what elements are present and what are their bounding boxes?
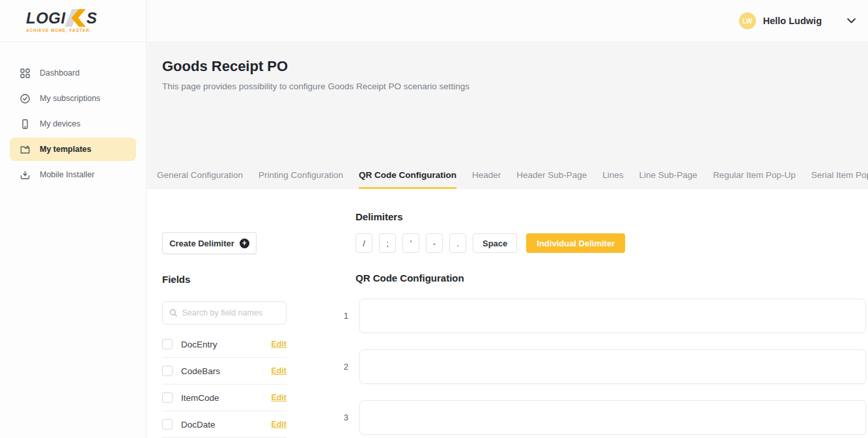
sidebar-item-my-subscriptions[interactable]: My subscriptions bbox=[10, 87, 136, 110]
delimiter-dash-button[interactable]: - bbox=[426, 233, 443, 253]
check-circle-icon bbox=[20, 93, 31, 104]
sidebar-item-dashboard[interactable]: Dashboard bbox=[10, 61, 136, 85]
field-name: DocDate bbox=[181, 420, 216, 430]
qr-config-input-2[interactable] bbox=[359, 349, 866, 384]
delimiter-semicolon-button[interactable]: ; bbox=[379, 233, 396, 253]
sidebar-item-label: Mobile Installer bbox=[40, 170, 94, 179]
field-row-docentry: DocEntry Edit bbox=[162, 331, 287, 358]
tab-header[interactable]: Header bbox=[472, 170, 501, 189]
user-menu[interactable]: LW Hello Ludwig bbox=[739, 0, 868, 42]
search-input[interactable] bbox=[182, 308, 279, 317]
tab-serial-item-pop-up[interactable]: Serial Item Pop-Up bbox=[811, 170, 868, 189]
fields-heading: Fields bbox=[162, 274, 190, 285]
tab-content: Create Delimiter + Fields DocEntry Edit … bbox=[147, 189, 868, 438]
sidebar-item-my-templates[interactable]: My templates bbox=[10, 138, 136, 161]
field-checkbox[interactable] bbox=[162, 366, 173, 376]
delimiter-dot-button[interactable]: . bbox=[449, 233, 466, 253]
logo-text-left: LOGI bbox=[26, 9, 66, 27]
sidebar-item-my-devices[interactable]: My devices bbox=[10, 112, 136, 136]
logo-row: LOGI S bbox=[26, 10, 146, 27]
field-name: DocEntry bbox=[181, 340, 217, 349]
field-checkbox[interactable] bbox=[162, 339, 173, 349]
field-list: DocEntry Edit CodeBars Edit ItemCode Edi… bbox=[162, 331, 287, 438]
sidebar-item-label: My subscriptions bbox=[40, 94, 100, 103]
chevron-down-icon[interactable] bbox=[847, 18, 856, 24]
qr-config-row-1: 1 bbox=[341, 299, 866, 333]
create-delimiter-label: Create Delimiter bbox=[169, 239, 234, 248]
sidebar-item-label: Dashboard bbox=[40, 68, 79, 78]
field-checkbox[interactable] bbox=[162, 392, 173, 403]
edit-link[interactable]: Edit bbox=[271, 366, 287, 375]
user-greeting: Hello Ludwig bbox=[763, 16, 822, 26]
delimiter-options: / ; ' - . Space Individual Delimiter bbox=[356, 233, 625, 253]
sidebar-item-label: My templates bbox=[40, 145, 91, 154]
phone-icon bbox=[20, 119, 31, 130]
row-number: 3 bbox=[341, 413, 348, 422]
edit-link[interactable]: Edit bbox=[271, 393, 287, 402]
create-delimiter-button[interactable]: Create Delimiter + bbox=[162, 232, 257, 254]
logo-k-icon bbox=[66, 9, 86, 27]
delimiter-slash-button[interactable]: / bbox=[356, 233, 372, 253]
search-icon bbox=[169, 308, 177, 317]
topbar: LOGI S ACHIEVE MORE, FASTER. LW Hello Lu… bbox=[0, 0, 868, 42]
qr-config-row-2: 2 bbox=[341, 349, 866, 384]
delimiter-apostrophe-button[interactable]: ' bbox=[402, 233, 419, 253]
field-row-docdate: DocDate Edit bbox=[162, 411, 287, 438]
sidebar: Dashboard My subscriptions My devices My… bbox=[0, 43, 147, 438]
sidebar-item-label: My devices bbox=[40, 119, 81, 128]
field-row-itemcode: ItemCode Edit bbox=[162, 385, 287, 411]
field-checkbox[interactable] bbox=[162, 419, 173, 430]
avatar: LW bbox=[739, 12, 756, 29]
page-title: Goods Receipt PO bbox=[162, 58, 288, 75]
qr-config-row-3: 3 bbox=[341, 400, 866, 435]
download-tray-icon bbox=[20, 169, 31, 181]
main-area: Goods Receipt PO This page provides poss… bbox=[147, 43, 868, 438]
field-name: ItemCode bbox=[181, 393, 219, 403]
sidebar-item-mobile-installer[interactable]: Mobile Installer bbox=[10, 163, 136, 186]
individual-delimiter-button[interactable]: Individual Delimiter bbox=[526, 233, 625, 253]
row-number: 2 bbox=[341, 362, 348, 372]
delimiters-heading: Delimiters bbox=[356, 211, 403, 222]
field-name: CodeBars bbox=[181, 366, 220, 376]
tab-general-configuration[interactable]: General Configuration bbox=[157, 170, 243, 189]
tab-printing-configuration[interactable]: Printing Configuration bbox=[259, 170, 343, 189]
row-number: 1 bbox=[341, 311, 348, 321]
qr-config-input-1[interactable] bbox=[359, 299, 866, 333]
field-search bbox=[162, 301, 287, 325]
tab-lines[interactable]: Lines bbox=[602, 170, 623, 189]
brand-logo[interactable]: LOGI S ACHIEVE MORE, FASTER. bbox=[0, 0, 147, 42]
plus-icon: + bbox=[240, 239, 249, 248]
tab-line-sub-page[interactable]: Line Sub-Page bbox=[639, 170, 697, 189]
field-row-codebars: CodeBars Edit bbox=[162, 358, 287, 385]
qr-config-heading: QR Code Configuration bbox=[356, 272, 464, 284]
tab-bar: General Configuration Printing Configura… bbox=[157, 170, 868, 189]
tab-header-sub-page[interactable]: Header Sub-Page bbox=[516, 170, 587, 189]
logo-text-right: S bbox=[87, 9, 98, 27]
page-subtitle: This page provides possibility to config… bbox=[162, 81, 469, 91]
grid-icon bbox=[20, 68, 31, 79]
edit-link[interactable]: Edit bbox=[271, 420, 287, 429]
delimiter-space-button[interactable]: Space bbox=[473, 233, 517, 253]
tab-regular-item-pop-up[interactable]: Regular Item Pop-Up bbox=[713, 170, 796, 189]
folder-icon bbox=[20, 144, 31, 155]
qr-config-input-3[interactable] bbox=[359, 400, 866, 435]
brand-tagline: ACHIEVE MORE, FASTER. bbox=[26, 28, 146, 33]
page-header: Goods Receipt PO This page provides poss… bbox=[147, 43, 868, 189]
edit-link[interactable]: Edit bbox=[271, 340, 287, 349]
tab-qr-code-configuration[interactable]: QR Code Configuration bbox=[359, 170, 456, 189]
